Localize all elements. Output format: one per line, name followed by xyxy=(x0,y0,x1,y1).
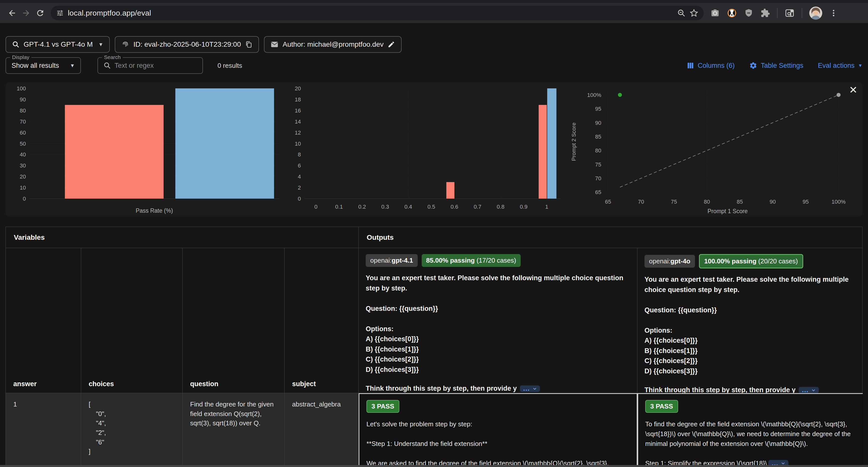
browser-menu-kebab-icon[interactable] xyxy=(829,9,838,17)
svg-text:0.1: 0.1 xyxy=(335,204,343,210)
prompt-chips: openai:gpt-4o 100.00% passing (20/20 cas… xyxy=(645,254,856,269)
search-label: Search xyxy=(102,54,123,60)
columns-icon xyxy=(687,62,694,69)
svg-text:0.4: 0.4 xyxy=(404,204,412,210)
svg-text:2: 2 xyxy=(298,185,301,191)
browser-chrome: local.promptfoo.app/eval xyxy=(0,0,868,23)
extensions-puzzle-icon[interactable] xyxy=(761,8,770,18)
svg-text:75: 75 xyxy=(671,198,677,205)
chevron-down-icon xyxy=(532,386,537,391)
expand-prompt-button[interactable]: … xyxy=(799,387,819,394)
table-settings-button[interactable]: Table Settings xyxy=(749,62,803,69)
close-charts-button[interactable]: ✕ xyxy=(849,85,858,95)
svg-text:Pass Rate (%): Pass Rate (%) xyxy=(135,208,173,214)
svg-text:4: 4 xyxy=(298,174,301,180)
expand-prompt-button[interactable]: … xyxy=(520,385,540,392)
svg-text:50: 50 xyxy=(20,141,26,147)
table-actions: Columns (6) Table Settings Eval actions … xyxy=(687,62,863,69)
gear-icon xyxy=(749,62,757,69)
column-header-question[interactable]: question xyxy=(183,248,285,393)
site-settings-icon[interactable] xyxy=(56,9,64,17)
eval-selector[interactable]: GPT-4.1 vs GPT-4o M ▼ xyxy=(5,36,110,53)
svg-text:1: 1 xyxy=(545,204,548,210)
output-text: To find the degree of the field extensio… xyxy=(645,419,856,467)
svg-text:85: 85 xyxy=(737,198,743,205)
model-chip: openai:gpt-4o xyxy=(645,255,695,268)
avatar-image xyxy=(809,6,822,20)
svg-text:75: 75 xyxy=(595,161,601,168)
output-cell-gpt-4-1[interactable]: 3 PASS Let's solve the problem step by s… xyxy=(359,393,638,467)
display-select[interactable]: Display Show all results ▼ xyxy=(5,57,81,74)
svg-text:12: 12 xyxy=(295,130,301,136)
side-panel-search-icon[interactable] xyxy=(785,8,795,18)
extension-icons xyxy=(710,6,838,20)
svg-text:70: 70 xyxy=(595,175,601,182)
svg-text:0.7: 0.7 xyxy=(474,204,482,210)
svg-text:16: 16 xyxy=(295,107,301,114)
prompt-comparison-scatter-chart: 6565707075758080858590909595100%100%Prom… xyxy=(567,82,863,217)
svg-text:Prompt 1 Score: Prompt 1 Score xyxy=(708,208,748,214)
results-table: Variables Outputs answer choices questio… xyxy=(5,227,863,467)
url-bar[interactable]: local.promptfoo.app/eval xyxy=(51,6,704,20)
columns-button[interactable]: Columns (6) xyxy=(687,62,735,69)
chevron-down-icon xyxy=(811,388,816,393)
svg-text:85: 85 xyxy=(595,133,601,140)
back-button[interactable] xyxy=(5,6,19,20)
column-header-subject[interactable]: subject xyxy=(285,248,359,393)
prompt-text: You are an expert test taker. Please sol… xyxy=(645,274,856,376)
model-chip: openai:gpt-4.1 xyxy=(366,254,418,267)
svg-text:0: 0 xyxy=(298,195,301,202)
svg-text:8: 8 xyxy=(298,151,301,158)
search-input[interactable] xyxy=(115,62,185,69)
svg-text:80: 80 xyxy=(20,107,26,114)
svg-text:20: 20 xyxy=(295,85,301,92)
eval-actions-button[interactable]: Eval actions ▼ xyxy=(818,62,863,69)
url-text: local.promptfoo.app/eval xyxy=(68,9,673,17)
browser-top-strip xyxy=(0,0,868,3)
svg-text:90: 90 xyxy=(595,120,601,126)
badger-extension-icon[interactable] xyxy=(727,8,737,18)
eval-id-text: ID: eval-zho-2025-06-10T23:29:00 xyxy=(133,40,241,49)
eval-actions-label: Eval actions xyxy=(818,62,855,69)
svg-text:65: 65 xyxy=(605,198,611,205)
prompt-tail: Think through this step by step, then pr… xyxy=(645,386,856,393)
search-icon xyxy=(12,41,20,48)
svg-text:0: 0 xyxy=(314,204,317,210)
output-cell-gpt-4o[interactable]: 3 PASS To find the degree of the field e… xyxy=(638,393,863,467)
svg-text:95: 95 xyxy=(595,106,601,112)
table-settings-label: Table Settings xyxy=(761,62,803,69)
edit-pencil-icon[interactable] xyxy=(388,41,395,48)
shield-extension-icon[interactable] xyxy=(744,8,753,18)
bookmark-star-icon[interactable] xyxy=(690,9,698,17)
score-histogram-chart: 0246810121416182000.10.20.30.40.50.60.70… xyxy=(286,82,567,217)
mail-icon xyxy=(271,40,279,49)
header-chips-row: GPT-4.1 vs GPT-4o M ▼ ID: eval-zho-2025-… xyxy=(5,36,863,53)
row-question-cell: Find the degree for the given field exte… xyxy=(183,393,285,467)
eval-page: GPT-4.1 vs GPT-4o M ▼ ID: eval-zho-2025-… xyxy=(0,36,868,467)
row-answer-cell: 1 xyxy=(6,393,81,467)
chevron-down-icon: ▼ xyxy=(70,63,75,68)
author-text: Author: michael@promptfoo.dev xyxy=(283,40,383,49)
svg-text:65: 65 xyxy=(595,189,601,195)
prompt-header-gpt-4o: openai:gpt-4o 100.00% passing (20/20 cas… xyxy=(638,248,863,393)
forward-button[interactable] xyxy=(19,6,33,20)
svg-text:0.2: 0.2 xyxy=(358,204,366,210)
column-header-choices[interactable]: choices xyxy=(81,248,183,393)
zoom-out-icon[interactable] xyxy=(677,9,686,17)
fingerprint-icon xyxy=(121,40,129,49)
profile-avatar[interactable] xyxy=(809,6,822,20)
svg-text:80: 80 xyxy=(704,198,710,205)
row-subject-cell: abstract_algebra xyxy=(285,393,359,467)
column-header-answer[interactable]: answer xyxy=(6,248,81,393)
pass-rate-bar-chart: 0102030405060708090100Pass Rate (%) xyxy=(5,82,286,217)
filter-row: Display Show all results ▼ Search 0 resu… xyxy=(5,57,863,74)
reload-button[interactable] xyxy=(33,6,47,20)
svg-text:0.6: 0.6 xyxy=(451,204,458,210)
passing-badge: 85.00% passing (17/20 cases) xyxy=(422,254,521,267)
horizontal-scrollbar[interactable] xyxy=(0,465,868,467)
results-count: 0 results xyxy=(217,62,242,69)
reload-icon xyxy=(36,8,45,18)
svg-text:90: 90 xyxy=(770,198,776,205)
camera-extension-icon[interactable] xyxy=(710,8,720,18)
copy-icon[interactable] xyxy=(245,41,252,48)
